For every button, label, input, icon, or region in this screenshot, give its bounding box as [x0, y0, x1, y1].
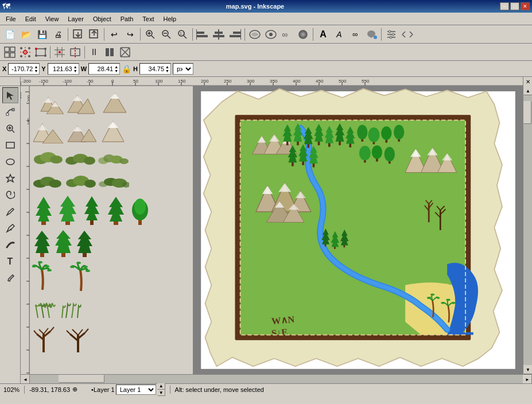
- h-scroll-thumb[interactable]: [59, 375, 104, 383]
- palm-sprite-1[interactable]: [32, 261, 64, 293]
- h-scroll-track[interactable]: [30, 375, 523, 383]
- menu-edit[interactable]: Edit: [21, 14, 41, 24]
- zoom-in-button[interactable]: [143, 27, 158, 42]
- dead-tree-sprite-1[interactable]: [32, 323, 61, 354]
- h-arrows[interactable]: ▲ ▼: [165, 65, 169, 73]
- bush-sprite-5[interactable]: [65, 170, 96, 191]
- mountain-sprite-4[interactable]: [32, 118, 64, 143]
- select-tool[interactable]: [2, 87, 18, 103]
- text-tool-btn[interactable]: A: [316, 27, 331, 42]
- save-button[interactable]: 💾: [34, 27, 49, 42]
- menu-path[interactable]: Path: [116, 14, 138, 24]
- h-input[interactable]: 34.75 ▲ ▼: [139, 63, 171, 75]
- menu-layer[interactable]: Layer: [63, 14, 88, 24]
- scroll-right-button[interactable]: ►: [523, 375, 532, 383]
- unit-select[interactable]: px mm cm in pt: [173, 63, 193, 75]
- pen-tool[interactable]: [2, 220, 18, 236]
- node-tool[interactable]: [2, 104, 18, 120]
- h-up-arrow[interactable]: ▲: [165, 65, 169, 69]
- grass-sprite-1[interactable]: [32, 296, 58, 319]
- align-center-button[interactable]: [211, 27, 226, 42]
- layer-select[interactable]: Layer 1: [116, 384, 156, 395]
- scroll-down-button[interactable]: ▼: [523, 365, 532, 374]
- w-input[interactable]: 28.41 ▲ ▼: [88, 63, 120, 75]
- pine-sprite-1[interactable]: [32, 229, 52, 258]
- menu-help[interactable]: Help: [159, 14, 181, 24]
- h-down-arrow[interactable]: ▼: [165, 69, 169, 73]
- record-button[interactable]: [118, 45, 133, 60]
- zoom-tool[interactable]: [2, 121, 18, 137]
- zoom-fit-button[interactable]: 1:1: [175, 27, 190, 42]
- tree-sprite-1[interactable]: [32, 194, 55, 226]
- color2-button[interactable]: [263, 27, 278, 42]
- scroll-left-button[interactable]: ◄: [21, 375, 30, 383]
- color4-button[interactable]: [296, 27, 310, 42]
- new-button[interactable]: 📄: [2, 27, 17, 42]
- dropper-tool[interactable]: [2, 270, 18, 286]
- color1-button[interactable]: [247, 27, 262, 42]
- snap-grid[interactable]: [52, 45, 67, 60]
- snap-toggle[interactable]: [2, 45, 17, 60]
- layer-down[interactable]: ▼: [157, 390, 165, 397]
- rect-tool[interactable]: [2, 137, 18, 153]
- menu-text[interactable]: Text: [138, 14, 158, 24]
- scroll-thumb[interactable]: [523, 101, 531, 124]
- scroll-track[interactable]: [523, 95, 532, 365]
- y-up-arrow[interactable]: ▲: [73, 65, 77, 69]
- lock-aspect-icon[interactable]: 🔒: [122, 64, 131, 73]
- undo-button[interactable]: ↩: [107, 27, 122, 42]
- snap-nodes[interactable]: [18, 45, 33, 60]
- pencil-tool[interactable]: [2, 204, 18, 220]
- spiral-tool[interactable]: [2, 187, 18, 203]
- menu-file[interactable]: File: [1, 14, 21, 24]
- snap-edge[interactable]: [68, 45, 83, 60]
- w-down-arrow[interactable]: ▼: [114, 69, 118, 73]
- mountain-sprite-3[interactable]: [98, 88, 129, 114]
- palm-sprite-2[interactable]: [65, 261, 96, 293]
- grass-sprite-2[interactable]: [59, 296, 85, 319]
- w-arrows[interactable]: ▲ ▼: [114, 65, 118, 73]
- x-up-arrow[interactable]: ▲: [34, 65, 38, 69]
- redo-button[interactable]: ↪: [123, 27, 138, 42]
- color3-button[interactable]: ∞: [279, 27, 294, 42]
- tree-sprite-2[interactable]: [56, 194, 79, 226]
- bush-sprite-6[interactable]: [98, 170, 129, 191]
- mountain-sprite-5[interactable]: [65, 118, 96, 143]
- bush-sprite-4[interactable]: [32, 170, 64, 191]
- pause-button[interactable]: ⏸: [87, 45, 102, 60]
- mountain-sprite-6[interactable]: [98, 118, 129, 143]
- xml-button[interactable]: [400, 27, 415, 42]
- ruler-crosshair[interactable]: ✕: [523, 77, 532, 86]
- text-tool[interactable]: T: [2, 254, 18, 270]
- align-right-button[interactable]: [227, 27, 242, 42]
- dead-tree-sprite-2[interactable]: [62, 323, 91, 354]
- print-button[interactable]: 🖨: [51, 27, 65, 42]
- vertical-scrollbar[interactable]: ▲ ▼: [523, 86, 532, 374]
- pine-sprite-2[interactable]: [53, 229, 73, 258]
- stop-button[interactable]: [102, 45, 117, 60]
- y-down-arrow[interactable]: ▼: [73, 69, 77, 73]
- import-button[interactable]: [71, 27, 86, 42]
- close-button[interactable]: ✕: [521, 2, 530, 10]
- layer-up[interactable]: ▲: [157, 383, 165, 390]
- snap-bbox[interactable]: [33, 45, 48, 60]
- tree-sprite-4[interactable]: [104, 194, 127, 226]
- scroll-up-button[interactable]: ▲: [523, 86, 532, 95]
- ellipse-tool[interactable]: [2, 154, 18, 170]
- mountain-sprite-1[interactable]: [32, 88, 64, 114]
- star-tool[interactable]: [2, 170, 18, 187]
- y-arrows[interactable]: ▲ ▼: [73, 65, 77, 73]
- prefs-button[interactable]: [384, 27, 399, 42]
- calligraphy-tool[interactable]: [2, 237, 18, 253]
- menu-view[interactable]: View: [41, 14, 64, 24]
- text2-btn[interactable]: A: [332, 27, 347, 42]
- export-button[interactable]: [87, 27, 102, 42]
- x-arrows[interactable]: ▲ ▼: [34, 65, 38, 73]
- x-down-arrow[interactable]: ▼: [34, 69, 38, 73]
- pine-sprite-3[interactable]: [75, 229, 95, 258]
- w-up-arrow[interactable]: ▲: [114, 65, 118, 69]
- menu-object[interactable]: Object: [88, 14, 116, 24]
- tree-sprite-5[interactable]: [129, 194, 152, 226]
- maximize-button[interactable]: □: [510, 2, 519, 10]
- x-input[interactable]: -170.72 ▲ ▼: [8, 63, 40, 75]
